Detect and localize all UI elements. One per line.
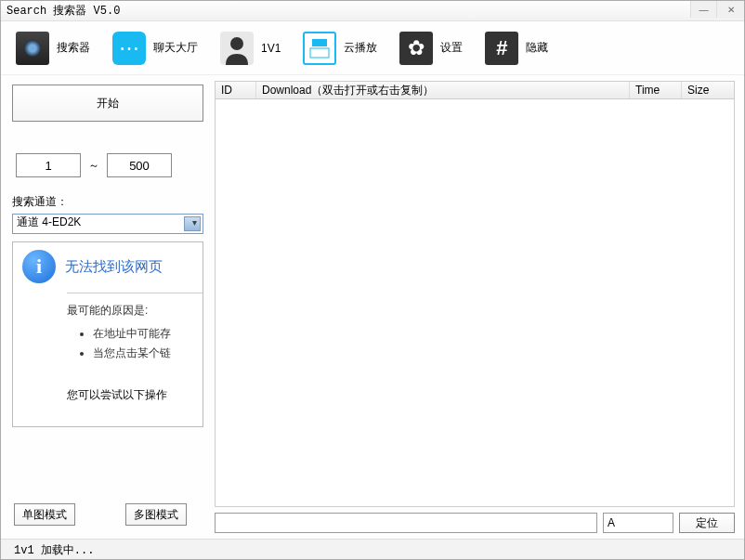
start-button[interactable]: 开始 [12, 85, 203, 122]
window-title: Search 搜索器 V5.0 [7, 3, 120, 19]
hash-icon: # [485, 32, 518, 65]
th-size[interactable]: Size [682, 82, 734, 98]
table-body[interactable] [215, 99, 735, 507]
th-time[interactable]: Time [630, 82, 682, 98]
status-text: 1v1 加载中... [14, 544, 94, 557]
channel-label: 搜索通道： [12, 194, 203, 210]
locate-button[interactable]: 定位 [679, 513, 735, 533]
table-header: ID Download（双击打开或右击复制） Time Size [215, 81, 735, 99]
toolbar-label: 云播放 [344, 40, 377, 56]
multi-mode-button[interactable]: 多图模式 [125, 503, 187, 526]
left-panel: 开始 ～ 搜索通道： 通道 4-ED2K i 无法找到该网页 最可能的原因是: … [1, 75, 215, 539]
toolbar-settings[interactable]: ✿ 设置 [399, 32, 463, 65]
mode-buttons: 单图模式 多图模式 [12, 503, 203, 526]
chat-icon: ⋯ [112, 32, 146, 65]
th-download[interactable]: Download（双击打开或右击复制） [256, 82, 630, 98]
minimize-button[interactable]: — [690, 1, 716, 18]
main-window: Search 搜索器 V5.0 — ✕ 搜索器 ⋯ 聊天大厅 1V1 云播放 ✿… [0, 0, 745, 560]
error-reason-item: 在地址中可能存 [93, 326, 203, 342]
cloud-icon [303, 32, 336, 65]
error-try-label: 您可以尝试以下操作 [67, 387, 203, 403]
error-box: i 无法找到该网页 最可能的原因是: 在地址中可能存 当您点击某个链 您可以尝试… [12, 241, 203, 427]
toolbar-chat[interactable]: ⋯ 聊天大厅 [112, 32, 198, 65]
divider [67, 293, 203, 293]
error-header: i 无法找到该网页 [22, 250, 203, 283]
status-bar: 1v1 加载中... [1, 539, 744, 559]
range-from-input[interactable] [16, 153, 81, 177]
single-mode-button[interactable]: 单图模式 [14, 503, 75, 526]
toolbar-hide[interactable]: # 隐藏 [485, 32, 548, 65]
channel-value: 通道 4-ED2K [17, 215, 81, 228]
window-buttons: — ✕ [690, 1, 744, 18]
th-id[interactable]: ID [216, 82, 256, 98]
toolbar-label: 聊天大厅 [153, 40, 198, 56]
path-input[interactable] [215, 513, 597, 533]
toolbar-label: 1V1 [261, 42, 281, 55]
range-to-input[interactable] [107, 153, 172, 177]
channel-select[interactable]: 通道 4-ED2K [12, 214, 203, 234]
user-icon [220, 32, 254, 65]
svg-rect-1 [312, 39, 327, 46]
content-area: 开始 ～ 搜索通道： 通道 4-ED2K i 无法找到该网页 最可能的原因是: … [1, 75, 744, 539]
toolbar-label: 搜索器 [57, 40, 90, 56]
small-input[interactable] [603, 513, 673, 533]
error-reason-item: 当您点击某个链 [93, 345, 203, 361]
titlebar: Search 搜索器 V5.0 — ✕ [1, 1, 744, 21]
toolbar-label: 设置 [440, 40, 463, 56]
toolbar: 搜索器 ⋯ 聊天大厅 1V1 云播放 ✿ 设置 # 隐藏 [1, 21, 744, 75]
camera-icon [16, 32, 49, 65]
error-reason-list: 在地址中可能存 当您点击某个链 [93, 326, 203, 361]
gear-icon: ✿ [399, 32, 433, 65]
info-icon: i [22, 250, 56, 283]
range-separator: ～ [88, 158, 99, 174]
svg-point-0 [230, 37, 243, 50]
toolbar-search[interactable]: 搜索器 [16, 32, 90, 65]
toolbar-cloud[interactable]: 云播放 [303, 32, 377, 65]
error-title: 无法找到该网页 [65, 258, 163, 276]
bottom-row: 定位 [215, 513, 735, 533]
range-row: ～ [12, 153, 203, 177]
right-panel: ID Download（双击打开或右击复制） Time Size 定位 [215, 75, 744, 539]
toolbar-label: 隐藏 [526, 40, 548, 56]
error-reason-label: 最可能的原因是: [67, 303, 203, 319]
close-button[interactable]: ✕ [716, 1, 744, 18]
svg-rect-2 [310, 48, 329, 58]
toolbar-1v1[interactable]: 1V1 [220, 32, 281, 65]
